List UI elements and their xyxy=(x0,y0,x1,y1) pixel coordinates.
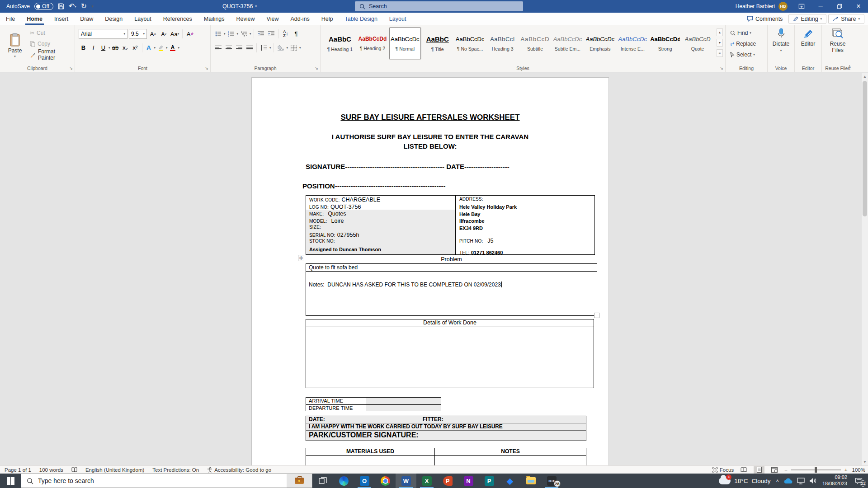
clock[interactable]: 09:02 18/08/2023 xyxy=(822,474,847,487)
style-heading3[interactable]: AaBbCcIHeading 3 xyxy=(487,28,519,59)
tray-expand-icon[interactable]: ˄ xyxy=(776,478,779,483)
zoom-out-icon[interactable]: − xyxy=(784,467,788,473)
shading-options-icon[interactable]: ▾ xyxy=(287,46,288,50)
network-display-icon[interactable] xyxy=(797,478,805,484)
page-indicator[interactable]: Page 1 of 1 xyxy=(5,467,31,473)
share-button[interactable]: Share ▾ xyxy=(828,14,864,24)
replace-button[interactable]: ⇄ Replace xyxy=(729,39,757,48)
text-predictions-indicator[interactable]: Text Predictions: On xyxy=(152,467,199,473)
taskbar-app-edge[interactable] xyxy=(333,474,354,488)
clipboard-dialog-launcher-icon[interactable]: ↘ xyxy=(69,66,73,70)
clear-formatting-button[interactable]: A xyxy=(185,29,195,39)
redo-icon[interactable]: ↻ xyxy=(81,3,87,10)
copy-button[interactable]: Copy xyxy=(28,39,75,48)
comments-button[interactable]: Comments xyxy=(743,14,787,23)
taskbar-app-outlook[interactable]: O xyxy=(354,474,375,488)
editor-button[interactable]: Editor xyxy=(795,28,821,47)
styles-scroll-up-icon[interactable]: ▴ xyxy=(717,28,723,36)
tab-review[interactable]: Review xyxy=(231,13,261,25)
titlebar-search-box[interactable] xyxy=(355,1,523,11)
underline-button[interactable]: U xyxy=(99,43,108,52)
search-highlight-briefcase[interactable] xyxy=(287,474,312,488)
style-normal[interactable]: AaBbCcDc¶ Normal xyxy=(389,28,421,59)
reuse-files-button[interactable]: ReuseFiles xyxy=(822,28,854,54)
grow-font-button[interactable]: A˄ xyxy=(148,29,158,39)
caravan-info-right-cell[interactable]: ADDRESS: Hele Valley Holiday Park Hele B… xyxy=(455,196,594,254)
tab-mailings[interactable]: Mailings xyxy=(198,13,231,25)
accessibility-indicator[interactable]: Accessibility: Good to go xyxy=(207,467,271,473)
quick-access-more-icon[interactable]: ▾ xyxy=(91,5,94,9)
taskbar-app-chrome[interactable] xyxy=(375,474,396,488)
taskbar-search-input[interactable] xyxy=(38,477,232,484)
taskbar-app-word[interactable]: W xyxy=(396,474,416,488)
highlight-options-icon[interactable]: ▾ xyxy=(166,46,168,50)
details-of-work-table[interactable]: Details of Work Done xyxy=(306,319,594,388)
show-formatting-button[interactable]: ¶ xyxy=(292,29,301,38)
zoom-level[interactable]: 100% xyxy=(852,467,865,473)
align-right-button[interactable] xyxy=(234,43,244,52)
tab-home[interactable]: Home xyxy=(21,13,48,25)
vertical-scrollbar[interactable]: ▲ ▼ xyxy=(862,73,868,465)
style-quote[interactable]: AaBbCcDQuote xyxy=(682,28,713,59)
focus-button[interactable]: Focus xyxy=(712,467,734,473)
taskbar-app-jira[interactable]: ◆ xyxy=(500,474,520,488)
justify-button[interactable] xyxy=(245,43,254,52)
tab-layout[interactable]: Layout xyxy=(128,13,157,25)
font-size-combo[interactable]: 9.5▾ xyxy=(129,29,147,39)
scroll-down-icon[interactable]: ▼ xyxy=(862,458,868,465)
strikethrough-button[interactable]: ab xyxy=(111,43,120,52)
borders-options-icon[interactable]: ▾ xyxy=(299,46,301,50)
tab-help[interactable]: Help xyxy=(316,13,339,25)
autosave-toggle[interactable]: Off xyxy=(34,3,53,10)
style-emphasis[interactable]: AaBbCcDcEmphasis xyxy=(584,28,616,59)
tab-addins[interactable]: Add-ins xyxy=(284,13,315,25)
departure-time-cell[interactable] xyxy=(366,405,441,411)
taskbar-app-file-explorer[interactable] xyxy=(520,474,541,488)
shrink-font-button[interactable]: A˅ xyxy=(159,29,169,39)
style-title[interactable]: AaBbC¶ Title xyxy=(422,28,453,59)
taskbar-app-powerpoint[interactable]: P xyxy=(437,474,458,488)
problem-empty-row[interactable] xyxy=(306,272,597,279)
find-button[interactable]: Find▾ xyxy=(729,28,757,38)
align-left-button[interactable] xyxy=(213,43,223,52)
taskbar-app-onenote[interactable]: N xyxy=(458,474,479,488)
problem-table[interactable]: Quote to fit sofa bed Notes: DUNCAN HAS … xyxy=(306,263,597,316)
style-subtle-emphasis[interactable]: AaBbCcDcSubtle Em... xyxy=(552,28,583,59)
tab-table-layout[interactable]: Layout xyxy=(383,13,412,25)
text-effects-button[interactable]: A xyxy=(144,43,154,52)
style-intense-emphasis[interactable]: AaBbCcDcIntense E... xyxy=(617,28,648,59)
style-heading2[interactable]: AaBbCcDd¶ Heading 2 xyxy=(357,28,388,59)
word-count[interactable]: 100 words xyxy=(39,467,63,473)
search-input[interactable] xyxy=(369,3,505,9)
font-dialog-launcher-icon[interactable]: ↘ xyxy=(205,66,208,70)
styles-scroll-down-icon[interactable]: ▾ xyxy=(717,39,723,47)
read-mode-button[interactable] xyxy=(738,466,749,474)
restore-button[interactable] xyxy=(830,0,849,13)
style-no-spacing[interactable]: AaBbCcDc¶ No Spac... xyxy=(454,28,486,59)
user-name[interactable]: Heather Barbieri xyxy=(736,3,775,9)
print-layout-button[interactable] xyxy=(754,466,764,474)
scrollbar-thumb[interactable] xyxy=(863,81,867,216)
tab-table-design[interactable]: Table Design xyxy=(339,13,383,25)
italic-button[interactable]: I xyxy=(89,43,98,52)
onedrive-icon[interactable] xyxy=(783,478,793,484)
save-icon[interactable] xyxy=(58,3,64,9)
subscript-button[interactable]: x₂ xyxy=(121,43,130,52)
shading-button[interactable] xyxy=(276,43,286,52)
tab-draw[interactable]: Draw xyxy=(74,13,99,25)
bullets-button[interactable] xyxy=(213,29,223,38)
table-move-handle[interactable]: ✛ xyxy=(298,255,304,261)
font-color-button[interactable]: A xyxy=(168,43,178,52)
style-subtitle[interactable]: AaBbCcDSubtitle xyxy=(519,28,551,59)
action-center-button[interactable]: 21 xyxy=(853,476,864,486)
tab-view[interactable]: View xyxy=(261,13,285,25)
editing-mode-button[interactable]: Editing ▾ xyxy=(788,14,826,24)
font-family-combo[interactable]: Arial▾ xyxy=(79,29,127,39)
decrease-indent-button[interactable] xyxy=(256,29,266,38)
taskbar-search-box[interactable] xyxy=(21,474,312,488)
arrival-time-cell[interactable] xyxy=(366,398,441,404)
problem-notes-row[interactable]: Notes: DUNCAN HAS ASKED FOR THIS TO BE C… xyxy=(306,279,597,315)
change-case-button[interactable]: Aa▾ xyxy=(170,29,179,39)
undo-icon[interactable]: ↶▾ xyxy=(69,3,76,10)
start-button[interactable] xyxy=(0,474,21,488)
